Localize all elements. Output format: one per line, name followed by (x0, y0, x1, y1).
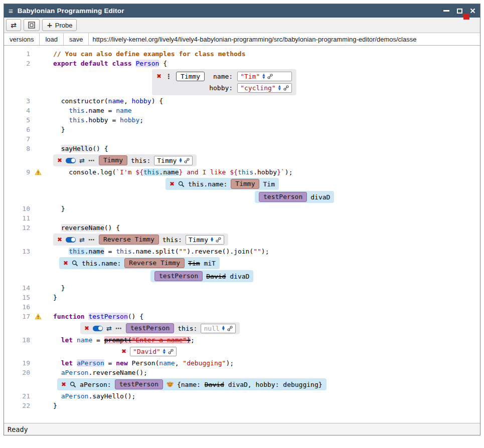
close-icon[interactable]: ✖ (57, 235, 62, 245)
swap-icon[interactable]: ⇄ (79, 235, 85, 245)
editor[interactable]: 1// You can also define examples for cla… (4, 46, 480, 423)
code-line[interactable]: 4 this.name = name (4, 106, 480, 115)
example-badge[interactable]: testPerson (259, 192, 307, 202)
menu-icon[interactable]: ≡ (9, 7, 13, 15)
code-line[interactable]: 16 (4, 302, 480, 312)
probe-head-widget[interactable]: ✖⇄⋯Reverse Timmythis:Timmy▲▼ (53, 234, 228, 246)
stepper-icon[interactable]: ▲▼ (163, 349, 166, 354)
magnifier-icon[interactable] (72, 260, 78, 267)
code-line[interactable]: 10 } (4, 204, 480, 213)
close-icon[interactable]: ✖ (57, 156, 62, 165)
link-icon[interactable] (267, 74, 273, 79)
value-text: Timmy (189, 236, 208, 244)
close-icon[interactable]: ✖ (170, 179, 175, 189)
close-icon[interactable]: ✖ (61, 380, 66, 389)
example-badge[interactable]: testPerson (154, 271, 203, 281)
load-button[interactable]: load (40, 33, 64, 45)
code-token: .sayHello(); (88, 392, 135, 400)
code-line[interactable]: 13 this.name = this.name.split("").rever… (4, 247, 480, 256)
example-badge[interactable]: Reverse Timmy (99, 235, 159, 245)
example-badge[interactable]: Timmy (231, 179, 259, 189)
swap-editors-button[interactable]: ⇄ (6, 19, 21, 31)
example-badge[interactable]: Reverse Timmy (124, 258, 185, 268)
magnifier-icon[interactable] (70, 381, 76, 388)
minimize-button[interactable] (443, 10, 449, 12)
replacement-widget[interactable]: ✖"David"▲▼ (121, 346, 177, 357)
probe-result-widget[interactable]: testPersonDavid divaD (150, 270, 253, 282)
toggle-icon[interactable] (66, 237, 76, 243)
value-input[interactable]: Timmy▲▼ (154, 156, 193, 165)
example-name-input[interactable]: Timmy (176, 72, 205, 81)
code-line[interactable]: 14 } (4, 283, 480, 293)
link-icon[interactable] (216, 237, 221, 243)
open-container-button[interactable] (24, 19, 40, 31)
code-line[interactable]: 7 (4, 134, 480, 144)
close-icon[interactable]: ✖ (156, 72, 162, 81)
code-line[interactable]: 2export default class Person { (4, 59, 480, 68)
close-icon[interactable]: ✖ (63, 259, 68, 268)
stepper-icon[interactable]: ▲▼ (179, 158, 182, 163)
drag-handle-icon[interactable]: ⋮ (166, 72, 172, 81)
example-widget[interactable]: ✖⋮Timmyname:"Tim"▲▼hobby:"cycling"▲▼ (152, 69, 296, 95)
code-line[interactable]: 6 } (4, 125, 480, 134)
example-badge[interactable]: testPerson (126, 323, 174, 333)
probe-result-widget[interactable]: ✖this.name:TimmyTim (166, 178, 279, 190)
url-input[interactable]: https://lively-kernel.org/lively4/lively… (89, 33, 480, 45)
link-icon[interactable] (168, 349, 174, 354)
code-token (53, 107, 69, 114)
stepper-icon[interactable]: ▲▼ (211, 237, 213, 243)
close-window-button[interactable] (470, 8, 475, 14)
code-line[interactable]: 19 let aPerson = new Person(name, "debug… (4, 358, 480, 368)
code-token: .hobby = (85, 116, 120, 124)
magnifier-icon[interactable] (178, 181, 185, 187)
example-badge[interactable]: testPerson (115, 379, 163, 389)
code-line[interactable]: 1// You can also define examples for cla… (4, 49, 480, 59)
value-input[interactable]: "cycling"▲▼ (237, 83, 291, 93)
value-input[interactable]: null▲▼ (201, 324, 235, 333)
widget-gutter (4, 69, 32, 95)
probe-result-widget[interactable]: ✖aPerson:testPerson{name: David divaD, h… (57, 378, 327, 390)
maximize-button[interactable] (457, 9, 462, 14)
toggle-icon[interactable] (66, 158, 76, 163)
more-icon[interactable]: ⋯ (88, 156, 95, 165)
stepper-icon[interactable]: ▲▼ (262, 74, 265, 79)
add-probe-button[interactable]: + Probe (42, 19, 77, 31)
save-button[interactable]: save (64, 33, 89, 45)
code-line[interactable]: 18 let name = prompt("Enter a name"); (4, 335, 480, 345)
value-input[interactable]: Timmy▲▼ (186, 235, 224, 245)
probe-result-widget[interactable]: ✖this.name:Reverse TimmyTim miT (59, 257, 220, 269)
link-icon[interactable] (184, 158, 190, 163)
swap-icon[interactable]: ⇄ (79, 156, 85, 165)
stepper-icon[interactable]: ▲▼ (222, 326, 225, 331)
more-icon[interactable]: ⋯ (115, 324, 122, 333)
close-icon[interactable]: ✖ (84, 324, 89, 333)
versions-button[interactable]: versions (4, 33, 40, 45)
code-line[interactable]: 5 this.hobby = hobby; (4, 115, 480, 125)
titlebar[interactable]: ≡ Babylonian Programming Editor (4, 4, 480, 18)
value-input[interactable]: "Tim"▲▼ (237, 72, 291, 81)
probe-value: divaD (310, 193, 330, 201)
probe-result-widget[interactable]: testPersondivaD (255, 191, 334, 203)
close-icon[interactable]: ✖ (121, 347, 126, 356)
toggle-icon[interactable] (93, 326, 103, 331)
swap-icon[interactable]: ⇄ (106, 324, 112, 333)
code-line[interactable]: 17function testPerson() { (4, 312, 480, 321)
probe-head-widget[interactable]: ✖⇄⋯testPersonthis:null▲▼ (80, 322, 240, 334)
more-icon[interactable]: ⋯ (88, 235, 95, 245)
code-line[interactable]: 21 aPerson.sayHello(); (4, 391, 480, 401)
link-icon[interactable] (283, 85, 289, 91)
value-input[interactable]: "David"▲▼ (130, 347, 177, 356)
code-line[interactable]: 22} (4, 401, 480, 410)
warn-slot (32, 247, 45, 256)
code-line[interactable]: 11 (4, 213, 480, 223)
code-line[interactable]: 15} (4, 293, 480, 302)
probe-head-widget[interactable]: ✖⇄⋯Timmythis:Timmy▲▼ (53, 154, 197, 166)
stepper-icon[interactable]: ▲▼ (278, 85, 281, 91)
code-line[interactable]: 12 reverseName() { (4, 223, 480, 233)
code-line[interactable]: 8 sayHello() { (4, 144, 480, 153)
code-line[interactable]: 20 aPerson.reverseName(); (4, 368, 480, 377)
code-line[interactable]: 9 console.log(`I'm ${this.name} and I li… (4, 167, 480, 177)
code-line[interactable]: 3 constructor(name, hobby) { (4, 96, 480, 106)
link-icon[interactable] (227, 326, 233, 331)
example-badge[interactable]: Timmy (99, 155, 127, 165)
